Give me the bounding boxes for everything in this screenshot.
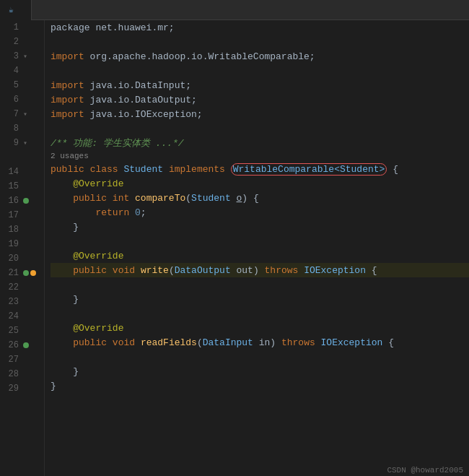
code-line: public void readFields(DataInput in) thr… — [51, 335, 469, 350]
line-number: 2 — [0, 37, 23, 47]
code-line: public class Student implements Writable… — [51, 162, 469, 176]
code-token — [51, 207, 95, 218]
code-token: void — [113, 265, 135, 276]
line-number: 8 — [0, 124, 23, 134]
line-indicators — [23, 270, 43, 276]
gutter-row — [0, 150, 44, 165]
code-token — [129, 193, 135, 204]
code-line: /** 功能: 学生实体类 ...*/ — [51, 136, 469, 150]
line-number: 7 — [0, 109, 23, 119]
code-line — [51, 64, 469, 78]
code-line: @Override — [51, 176, 469, 191]
line-number: 23 — [0, 297, 23, 307]
code-line — [51, 121, 469, 136]
code-token — [135, 337, 141, 348]
code-token: DataOutput — [175, 265, 231, 276]
tab-bar: ☕ — [0, 0, 469, 20]
code-token — [107, 265, 113, 276]
line-number: 3 — [0, 51, 23, 61]
code-token: ) { — [242, 193, 258, 204]
line-number: 9 — [0, 138, 23, 148]
gutter-row: 3▾ — [0, 49, 44, 64]
gutter-row: 27 — [0, 352, 44, 367]
code-token: java.io.DataInput; — [84, 80, 191, 91]
line-indicators — [23, 198, 43, 204]
line-number: 5 — [0, 80, 23, 90]
code-token: public — [73, 337, 107, 348]
gutter-row: 1 — [0, 20, 44, 35]
usages-line: 2 usages — [51, 150, 469, 162]
code-token: ( — [185, 193, 191, 204]
code-token: import — [51, 51, 84, 62]
code-token — [118, 164, 124, 175]
code-token — [163, 164, 169, 175]
yellow-indicator — [30, 270, 36, 276]
code-area: package net.huawei.mr;import org.apache.… — [45, 20, 469, 476]
gutter-row: 23 — [0, 295, 44, 309]
code-token: java.io.DataOutput; — [84, 95, 197, 105]
code-token — [298, 265, 304, 276]
code-token: return — [95, 207, 129, 218]
gutter-row: 8 — [0, 121, 44, 136]
line-number: 15 — [0, 181, 23, 191]
code-token: } — [51, 222, 79, 233]
code-token: DataInput — [203, 337, 253, 348]
line-number: 20 — [0, 254, 23, 264]
line-number: 18 — [0, 225, 23, 235]
code-token: compareTo — [135, 193, 185, 204]
code-line: public int compareTo(Student o) { — [51, 191, 469, 205]
line-number: 1 — [0, 22, 23, 33]
code-token: @Override — [73, 251, 123, 261]
code-token: throws — [281, 337, 315, 348]
code-token: public — [73, 265, 107, 276]
code-token: WritableComparable<Student> — [231, 164, 387, 175]
code-token: write — [141, 265, 169, 276]
tab-student-java[interactable]: ☕ — [0, 0, 32, 20]
code-line: public void write(DataOutput out) throws… — [51, 263, 469, 277]
code-line: return 0; — [51, 205, 469, 220]
code-line — [51, 234, 469, 248]
code-line: import org.apache.hadoop.io.WritableComp… — [51, 49, 469, 64]
gutter-row: 7▾ — [0, 107, 44, 121]
gutter-row: 17 — [0, 208, 44, 222]
line-number: 28 — [0, 369, 23, 379]
code-token: IOException — [321, 337, 383, 348]
code-token — [107, 193, 113, 204]
green-indicator — [23, 198, 29, 204]
gutter-row: 14 — [0, 165, 44, 179]
fold-arrow[interactable]: ▾ — [23, 52, 27, 61]
code-token: int — [113, 193, 129, 204]
code-line: package net.huawei.mr; — [51, 20, 469, 35]
code-line: import java.io.IOException; — [51, 107, 469, 121]
gutter-row: 9▾ — [0, 136, 44, 150]
code-line: } — [51, 364, 469, 378]
code-line: @Override — [51, 248, 469, 263]
code-line — [51, 277, 469, 292]
gutter-row: 28 — [0, 367, 44, 381]
code-token: { — [366, 265, 377, 276]
code-token: Student — [191, 193, 231, 204]
fold-arrow[interactable]: ▾ — [23, 139, 27, 147]
gutter-row: 26 — [0, 338, 44, 352]
code-token — [51, 251, 73, 261]
code-line: } — [51, 220, 469, 234]
green-indicator — [23, 342, 29, 348]
code-token — [107, 337, 113, 348]
code-token: implements — [169, 164, 225, 175]
code-token — [84, 164, 90, 175]
line-number: 21 — [0, 268, 23, 278]
interface-reference: WritableComparable<Student> — [231, 163, 387, 176]
code-token — [315, 337, 321, 348]
gutter-row: 6 — [0, 92, 44, 107]
code-token: } — [51, 381, 56, 391]
line-number: 27 — [0, 355, 23, 365]
code-token: @Override — [73, 323, 123, 334]
file-icon: ☕ — [9, 5, 14, 14]
line-indicators: ▾ — [23, 52, 43, 61]
line-indicators: ▾ — [23, 110, 43, 118]
green-indicator — [23, 270, 29, 276]
gutter-row: 29 — [0, 381, 44, 396]
fold-arrow[interactable]: ▾ — [23, 110, 27, 118]
watermark: CSDN @howard2005 — [381, 464, 469, 476]
code-token: { — [382, 337, 394, 348]
